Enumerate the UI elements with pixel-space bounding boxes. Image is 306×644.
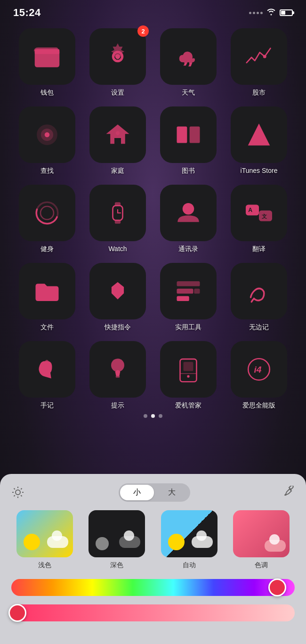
app-icon-wrapper-settings: 2 bbox=[89, 28, 146, 85]
status-icons bbox=[249, 8, 293, 17]
app-item-aisi[interactable]: i4爱思全能版 bbox=[226, 341, 292, 410]
badge-settings: 2 bbox=[137, 25, 149, 37]
app-icon-itunes bbox=[231, 106, 287, 163]
app-label-itunes: iTunes Store bbox=[241, 167, 278, 174]
color-slider-1[interactable] bbox=[11, 579, 295, 596]
svg-rect-25 bbox=[177, 281, 200, 286]
app-icon-wrapper-notes bbox=[19, 341, 75, 398]
app-label-find: 查找 bbox=[40, 167, 54, 175]
app-icon-tips bbox=[89, 341, 146, 398]
svg-point-29 bbox=[111, 359, 124, 372]
app-label-settings: 设置 bbox=[111, 89, 124, 97]
svg-line-44 bbox=[14, 495, 15, 496]
app-label-books: 图书 bbox=[182, 167, 195, 175]
app-item-utilities[interactable]: 实用工具 bbox=[155, 263, 221, 332]
color-slider-2[interactable] bbox=[11, 604, 295, 621]
size-toggle[interactable]: 小 大 bbox=[119, 483, 190, 502]
svg-rect-33 bbox=[184, 362, 193, 371]
app-icon-wallet bbox=[19, 28, 75, 85]
app-icon-weather bbox=[160, 28, 217, 85]
app-item-stocks[interactable]: 股市 bbox=[226, 28, 292, 97]
app-item-settings[interactable]: 2设置 bbox=[85, 28, 151, 97]
svg-text:文: 文 bbox=[262, 213, 267, 219]
app-item-notes[interactable]: 手记 bbox=[14, 341, 80, 410]
svg-rect-9 bbox=[190, 127, 200, 143]
app-item-wallet[interactable]: 钱包 bbox=[14, 28, 80, 97]
app-icon-wrapper-weather bbox=[160, 28, 217, 85]
app-icon-wrapper-translate: A文 bbox=[231, 185, 287, 241]
page-dot-1 bbox=[144, 414, 147, 418]
app-item-shortcuts[interactable]: 快捷指令 bbox=[85, 263, 151, 332]
app-label-stocks: 股市 bbox=[252, 89, 266, 97]
app-item-books[interactable]: 图书 bbox=[155, 106, 221, 175]
battery-icon bbox=[280, 9, 293, 16]
app-label-contacts: 通讯录 bbox=[178, 245, 198, 253]
app-icon-utilities bbox=[160, 263, 217, 319]
theme-tinted-preview bbox=[233, 510, 290, 557]
app-item-itunes[interactable]: iTunes Store bbox=[226, 106, 292, 175]
app-label-tips: 提示 bbox=[111, 401, 124, 410]
status-bar: 15:24 bbox=[0, 0, 306, 24]
app-label-files: 文件 bbox=[40, 323, 54, 332]
app-item-tips[interactable]: 提示 bbox=[85, 341, 151, 410]
app-icon-notes bbox=[19, 341, 75, 398]
app-label-imaster: 爱机管家 bbox=[175, 401, 201, 410]
app-label-shortcuts: 快捷指令 bbox=[105, 323, 131, 332]
svg-rect-30 bbox=[116, 376, 120, 378]
app-icon-wrapper-utilities bbox=[160, 263, 217, 319]
app-icon-files bbox=[19, 263, 75, 319]
app-label-freeform: 无边记 bbox=[249, 323, 269, 332]
size-small-button[interactable]: 小 bbox=[120, 485, 154, 500]
app-item-watch[interactable]: Watch bbox=[85, 185, 151, 253]
app-grid: 钱包2设置天气股市查找家庭图书iTunes Store健身Watch通讯录A文翻… bbox=[0, 24, 306, 415]
page-dots bbox=[0, 414, 306, 418]
app-icon-wrapper-aisi: i4 bbox=[231, 341, 287, 398]
svg-point-20 bbox=[183, 203, 194, 215]
app-icon-wrapper-watch bbox=[89, 185, 146, 241]
app-icon-books bbox=[160, 106, 217, 163]
theme-auto[interactable]: 自动 bbox=[156, 510, 223, 570]
app-icon-aisi: i4 bbox=[231, 341, 287, 398]
theme-dark[interactable]: 深色 bbox=[84, 510, 151, 570]
app-item-files[interactable]: 文件 bbox=[14, 263, 80, 332]
theme-light-label: 浅色 bbox=[38, 561, 51, 570]
svg-line-42 bbox=[14, 488, 15, 489]
app-item-fitness[interactable]: 健身 bbox=[14, 185, 80, 253]
app-item-find[interactable]: 查找 bbox=[14, 106, 80, 175]
size-large-button[interactable]: 大 bbox=[155, 485, 189, 500]
app-item-weather[interactable]: 天气 bbox=[155, 28, 221, 97]
theme-tinted[interactable]: 色调 bbox=[228, 510, 295, 570]
theme-light-preview bbox=[16, 510, 73, 557]
app-item-freeform[interactable]: 无边记 bbox=[226, 263, 292, 332]
svg-point-37 bbox=[16, 490, 20, 495]
app-label-aisi: 爱思全能版 bbox=[242, 401, 275, 410]
app-item-imaster[interactable]: 爱机管家 bbox=[155, 341, 221, 410]
app-icon-fitness bbox=[19, 185, 75, 241]
app-icon-wrapper-itunes bbox=[231, 106, 287, 163]
panel-top-row: 小 大 bbox=[11, 483, 295, 502]
slider-thumb-2[interactable] bbox=[8, 604, 26, 622]
svg-point-7 bbox=[116, 131, 120, 135]
app-icon-wrapper-imaster bbox=[160, 341, 217, 398]
app-icon-wrapper-fitness bbox=[19, 185, 75, 241]
app-label-notes: 手记 bbox=[40, 401, 54, 410]
svg-rect-28 bbox=[194, 289, 200, 294]
app-icon-home bbox=[89, 106, 146, 163]
svg-point-14 bbox=[40, 206, 54, 220]
app-icon-imaster bbox=[160, 341, 217, 398]
eyedropper-icon[interactable] bbox=[283, 486, 295, 499]
app-icon-wrapper-books bbox=[160, 106, 217, 163]
app-item-translate[interactable]: A文翻译 bbox=[226, 185, 292, 253]
app-item-home[interactable]: 家庭 bbox=[85, 106, 151, 175]
svg-rect-8 bbox=[177, 127, 187, 143]
app-item-contacts[interactable]: 通讯录 bbox=[155, 185, 221, 253]
theme-options: 浅色 深色 自动 色调 bbox=[11, 510, 295, 570]
page-dot-2 bbox=[151, 414, 155, 418]
svg-rect-26 bbox=[177, 289, 193, 294]
bottom-panel: 小 大 浅色 深色 bbox=[0, 474, 306, 644]
brightness-icon bbox=[11, 486, 25, 500]
app-label-fitness: 健身 bbox=[40, 245, 54, 253]
theme-light[interactable]: 浅色 bbox=[11, 510, 78, 570]
slider-thumb-1[interactable] bbox=[268, 579, 286, 596]
page-dot-3 bbox=[159, 414, 162, 418]
